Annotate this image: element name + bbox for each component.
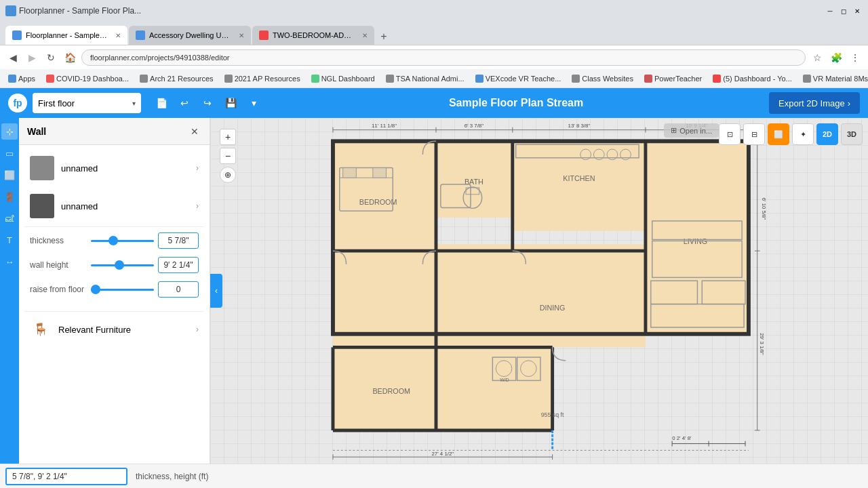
redo-button[interactable]: ↪ — [198, 94, 217, 113]
browser-favicon — [5, 5, 16, 16]
floor-plan-container: BEDROOM BATH KITCHEN LIVING DINING BEDRO… — [210, 118, 868, 464]
svg-rect-1 — [333, 141, 436, 244]
tab-favicon-2 — [259, 30, 269, 40]
floor-selector-label: First floor — [38, 98, 75, 108]
forward-button[interactable]: ▶ — [24, 50, 39, 65]
thickness-value: 5 7/8" — [158, 232, 199, 249]
toolbar-furniture-icon[interactable]: 🛋 — [1, 210, 18, 226]
svg-rect-28 — [343, 168, 357, 178]
omnibar[interactable]: floorplanner.com/projects/94910388/edito… — [81, 49, 806, 66]
wall-height-slider[interactable] — [91, 260, 154, 270]
svg-text:KITCHEN: KITCHEN — [563, 174, 595, 182]
raise-floor-slider-thumb — [91, 285, 100, 294]
wireframe-view-button[interactable]: ⊟ — [743, 123, 765, 145]
close-button[interactable]: ✕ — [852, 5, 863, 16]
toolbar-text-icon[interactable]: T — [1, 232, 18, 248]
more-button[interactable]: ▾ — [244, 94, 263, 113]
zoom-in-button[interactable]: + — [220, 129, 236, 145]
bookmark-class[interactable]: Class Websites — [569, 73, 636, 84]
tab-close-2[interactable]: ✕ — [362, 32, 368, 39]
tab-close-1[interactable]: ✕ — [239, 32, 244, 39]
thickness-slider-thumb — [108, 236, 118, 245]
panel-content: unnamed › unnamed › thickness — [19, 145, 210, 464]
svg-text:27' 4 1/2": 27' 4 1/2" — [431, 451, 454, 457]
tab-close-0[interactable]: ✕ — [115, 32, 121, 39]
toolbar-dimension-icon[interactable]: ↔ — [1, 253, 18, 270]
wall-swatch-1 — [30, 194, 54, 218]
panel-header: Wall ✕ — [19, 118, 210, 145]
toolbar-door-icon[interactable]: 🚪 — [1, 188, 18, 205]
wall-type-item-1[interactable]: unnamed › — [24, 188, 204, 224]
status-bar: 5 7/8", 9' 2 1/4" thickness, height (ft) — [0, 464, 868, 488]
collapse-panel-button[interactable]: ‹ — [210, 274, 222, 308]
new-file-button[interactable]: 📄 — [152, 94, 171, 113]
panel-close-button[interactable]: ✕ — [188, 125, 201, 138]
svg-text:29' 3 1/8": 29' 3 1/8" — [759, 333, 765, 355]
floor-selector[interactable]: First floor ▾ — [33, 93, 141, 113]
bookmark-tsa[interactable]: TSA National Admi... — [383, 73, 467, 84]
new-tab-button[interactable]: + — [376, 28, 392, 45]
svg-text:6' 10 5/8": 6' 10 5/8" — [761, 198, 767, 220]
wall-type-label-0: unnamed — [61, 163, 189, 174]
2d-view-button[interactable]: 2D — [816, 123, 838, 145]
bookmark-yt[interactable]: (5) Dashboard - Yo... — [710, 73, 795, 84]
locate-button[interactable]: ⊕ — [220, 167, 236, 183]
status-hint: thickness, height (ft) — [133, 472, 211, 481]
bookmark-vexcode[interactable]: VEXcode VR Teache... — [473, 73, 564, 84]
perspective-view-button[interactable]: ⊡ — [719, 123, 741, 145]
minimize-button[interactable]: ─ — [825, 5, 835, 16]
apps-bookmark[interactable]: Apps — [5, 73, 38, 84]
render-view-button[interactable]: ✦ — [792, 123, 814, 145]
status-input[interactable]: 5 7/8", 9' 2 1/4" — [5, 468, 127, 485]
maximize-button[interactable]: ◻ — [838, 5, 849, 16]
svg-text:BEDROOM: BEDROOM — [372, 387, 410, 395]
tab-label-1: Accessory Dwelling Units (ADU... — [149, 31, 232, 39]
raise-floor-label: raise from floor — [30, 285, 91, 294]
zoom-out-button[interactable]: − — [220, 148, 236, 164]
tab-adu[interactable]: Accessory Dwelling Units (ADU... ✕ — [129, 26, 251, 45]
tab-label-2: TWO-BEDROOM-ADU-PLAN — [273, 31, 355, 39]
bookmark-star[interactable]: ☆ — [810, 50, 825, 65]
relevant-furniture-section[interactable]: 🪑 Relevant Furniture › — [24, 311, 204, 347]
svg-rect-5 — [333, 244, 646, 347]
export-2d-button[interactable]: Export 2D Image › — [769, 92, 860, 114]
back-button[interactable]: ◀ — [5, 50, 20, 65]
tab-label-0: Floorplanner - Sample Floor Pla... — [26, 31, 108, 39]
bookmark-power[interactable]: PowerTeacher — [642, 73, 705, 84]
bookmark-vr[interactable]: VR Material 8Ms — [800, 73, 868, 84]
thickness-slider[interactable] — [91, 235, 154, 246]
toolbar-cursor-icon[interactable]: ⊹ — [1, 123, 18, 140]
wall-height-value: 9' 2 1/4" — [158, 257, 199, 273]
bookmark-covid[interactable]: COVID-19 Dashboa... — [43, 73, 132, 84]
texture-view-button[interactable]: ⬜ — [768, 123, 789, 145]
toolbar-room-icon[interactable]: ⬜ — [1, 167, 18, 183]
canvas-area: BEDROOM BATH KITCHEN LIVING DINING BEDRO… — [210, 118, 868, 464]
extensions-button[interactable]: 🧩 — [829, 50, 844, 65]
toolbar-wall-icon[interactable]: ▭ — [1, 145, 18, 161]
svg-text:BEDROOM: BEDROOM — [359, 198, 397, 206]
svg-text:LIVING: LIVING — [684, 237, 707, 245]
window-controls: ─ ◻ ✕ — [825, 5, 863, 16]
svg-text:11' 11 1/8": 11' 11 1/8" — [372, 123, 397, 129]
wall-height-label: wall height — [30, 260, 91, 270]
bookmark-arch21[interactable]: Arch 21 Resources — [137, 73, 216, 84]
tab-favicon-1 — [136, 30, 145, 40]
tab-floorplanner[interactable]: Floorplanner - Sample Floor Pla... ✕ — [5, 26, 127, 45]
browser-menu[interactable]: ⋮ — [848, 50, 863, 65]
raise-floor-slider[interactable] — [91, 284, 154, 295]
bookmark-ngl[interactable]: NGL Dashboard — [309, 73, 378, 84]
home-button[interactable]: 🏠 — [62, 50, 77, 65]
wall-type-item-0[interactable]: unnamed › — [24, 150, 204, 186]
undo-button[interactable]: ↩ — [175, 94, 194, 113]
app-title: Sample Floor Plan Stream — [269, 97, 764, 109]
reload-button[interactable]: ↻ — [43, 50, 58, 65]
open-vr-button[interactable]: ⊞ Open in... — [664, 123, 719, 138]
save-button[interactable]: 💾 — [221, 94, 240, 113]
3d-view-button[interactable]: 3D — [841, 123, 863, 145]
omnibar-row: ◀ ▶ ↻ 🏠 floorplanner.com/projects/949103… — [0, 45, 868, 69]
bookmark-2021ap[interactable]: 2021 AP Resources — [222, 73, 303, 84]
svg-text:6' 3 7/8": 6' 3 7/8" — [465, 123, 484, 129]
tab-favicon-0 — [12, 30, 22, 40]
tab-adu-plan[interactable]: TWO-BEDROOM-ADU-PLAN ✕ — [252, 26, 374, 45]
furniture-icon: 🪑 — [30, 319, 52, 340]
